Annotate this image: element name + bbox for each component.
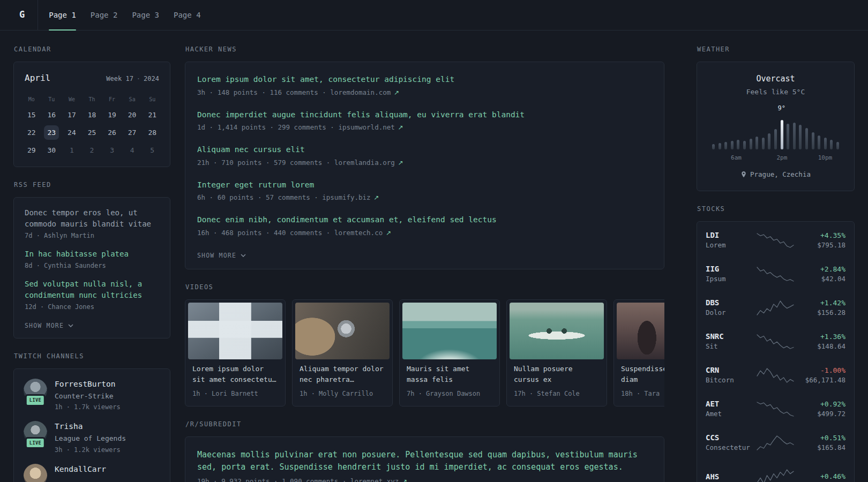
video-meta: 17h · Stefan Cole <box>510 386 604 403</box>
videos-widget: VIDEOS Lorem ipsum dolor sit amet consec… <box>185 282 664 406</box>
video-card[interactable]: Aliquam tempor dolor nec pharetra… 1h · … <box>292 299 393 406</box>
stock-name: Bitcorn <box>706 375 752 386</box>
rss-item-meta: 7d · Ashlyn Martin <box>25 231 159 240</box>
video-thumbnail[interactable] <box>617 303 664 359</box>
rss-item-meta: 12d · Chance Jones <box>25 302 159 312</box>
hn-item-title[interactable]: Aliquam nec cursus elit <box>197 144 652 156</box>
show-more-button[interactable]: SHOW MORE <box>197 250 246 261</box>
rss-item-title[interactable]: In hac habitasse platea <box>25 248 159 260</box>
video-thumbnail[interactable] <box>188 303 282 359</box>
external-link-icon: ↗ <box>374 194 379 201</box>
subreddit-widget: /R/SUBREDDIT Maecenas mollis pulvinar er… <box>185 419 664 482</box>
show-more-button[interactable]: SHOW MORE <box>25 320 73 332</box>
calendar-day: 1 <box>62 141 82 159</box>
calendar-day: 20 <box>122 106 143 124</box>
stock-sparkline <box>756 435 795 451</box>
video-card[interactable]: Nullam posuere cursus ex 17h · Stefan Co… <box>506 299 607 406</box>
hn-item-meta: 6h · 60 points · 57 comments · ipsumify.… <box>197 193 652 203</box>
weather-bar <box>818 135 820 149</box>
calendar-day: 17 <box>62 106 82 124</box>
calendar-header: April Week 17·2024 <box>21 72 162 92</box>
calendar-grid: 15 16 17 18 19 20 21 22 23 24 25 26 27 2… <box>21 106 162 159</box>
weather-widget: WEATHER Overcast Feels like 5°C 9° 6am 2… <box>697 44 855 191</box>
calendar-day: 18 <box>82 106 102 124</box>
calendar-week-label: Week 17 <box>106 75 133 82</box>
calendar-day: 5 <box>142 141 162 159</box>
stock-price: $165.84 <box>798 443 845 453</box>
weather-bar <box>755 137 758 149</box>
stock-row[interactable]: DBSDolor +1.42%$156.28 <box>706 291 845 325</box>
tab-page-4[interactable]: Page 4 <box>174 0 201 30</box>
stock-row[interactable]: SNRCSit +1.36%$148.64 <box>706 325 845 359</box>
hn-item-title[interactable]: Lorem ipsum dolor sit amet, consectetur … <box>197 74 652 86</box>
stock-row[interactable]: CRNBitcorn -1.00%$66,171.48 <box>706 359 845 393</box>
weather-feels-like: Feels like 5°C <box>708 87 843 97</box>
tab-page-2[interactable]: Page 2 <box>91 0 118 30</box>
calendar-day: 30 <box>42 141 62 159</box>
rss-item-meta: 8d · Cynthia Saunders <box>25 261 159 270</box>
weather-bar <box>787 124 789 149</box>
video-card[interactable]: Suspendisse diam 18h · Tara <box>613 299 664 406</box>
stock-row[interactable]: IIGIpsum +2.84%$42.04 <box>706 258 845 291</box>
stock-ticker: CCS <box>706 433 752 443</box>
weather-hourly-chart: 9° <box>712 104 839 149</box>
weather-location: Prague, Czechia <box>708 170 843 180</box>
video-title: Lorem ipsum dolor sit amet consectetu… <box>188 359 282 386</box>
stock-price: $66,171.48 <box>798 375 845 386</box>
twitch-channel[interactable]: LIVE ForrestBurton Counter-Strike 1h · 1… <box>24 379 160 412</box>
external-link-icon: ↗ <box>394 89 399 96</box>
calendar-year: 2024 <box>144 75 159 82</box>
hn-item-title[interactable]: Donec enim nibh, condimentum et accumsan… <box>197 214 652 226</box>
time-label: 6am <box>731 154 742 163</box>
stock-row[interactable]: AETAmet +0.92%$499.72 <box>706 393 845 426</box>
weather-bar <box>743 141 746 149</box>
video-thumbnail[interactable] <box>402 303 497 359</box>
stock-sparkline <box>756 266 795 282</box>
stock-name: Consectetur <box>706 443 752 453</box>
tab-page-1[interactable]: Page 1 <box>49 0 76 30</box>
app-logo[interactable]: G <box>13 0 38 30</box>
rss-item-title[interactable]: Sed volutpat nulla nisl, a condimentum n… <box>25 278 159 301</box>
calendar-day: 24 <box>62 124 82 141</box>
stock-sparkline <box>756 232 795 248</box>
tab-page-3[interactable]: Page 3 <box>132 0 159 30</box>
hn-item-title[interactable]: Donec imperdiet augue tincidunt felis al… <box>197 109 652 121</box>
stock-row[interactable]: AHS +0.46% <box>706 460 845 482</box>
video-thumbnail[interactable] <box>295 303 390 359</box>
weather-card: Overcast Feels like 5°C 9° 6am 2pm 10pm … <box>697 62 855 191</box>
stock-name: Amet <box>706 409 752 419</box>
stocks-card: LDILorem +4.35%$795.18 IIGIpsum +2.84%$4… <box>697 221 855 482</box>
hn-item: Donec enim nibh, condimentum et accumsan… <box>197 214 652 238</box>
calendar-day: 16 <box>42 106 62 124</box>
reddit-post-title[interactable]: Maecenas mollis pulvinar erat non posuer… <box>197 449 652 474</box>
stock-price: $499.72 <box>798 409 845 419</box>
section-title-subreddit: /R/SUBREDDIT <box>185 419 664 429</box>
twitch-widget: TWITCH CHANNELS LIVE ForrestBurton Count… <box>13 351 170 482</box>
calendar-week-year: Week 17·2024 <box>106 74 159 84</box>
stock-change: +1.36% <box>798 332 845 342</box>
channel-name: Trisha <box>55 421 126 433</box>
twitch-channel[interactable]: LIVE Trisha League of Legends 3h · 1.2k … <box>24 421 160 454</box>
section-title-twitch: TWITCH CHANNELS <box>14 351 170 361</box>
stock-change: +0.46% <box>798 472 845 481</box>
video-thumbnail[interactable] <box>510 303 604 359</box>
main-content: CALENDAR April Week 17·2024 Mo Tu We Th … <box>0 31 868 482</box>
stock-row[interactable]: CCSConsectetur +0.51%$165.84 <box>706 426 845 460</box>
stock-price: $148.64 <box>798 342 845 352</box>
stock-name: Lorem <box>706 240 752 251</box>
video-card[interactable]: Lorem ipsum dolor sit amet consectetu… 1… <box>185 299 286 406</box>
section-title-calendar: CALENDAR <box>14 44 170 54</box>
chevron-down-icon <box>241 254 246 257</box>
external-link-icon: ↗ <box>402 478 407 482</box>
stock-ticker: LDI <box>706 230 752 240</box>
rss-item-title[interactable]: Donec tempor eros leo, ut commodo mauris… <box>25 207 159 230</box>
stock-row[interactable]: LDILorem +4.35%$795.18 <box>706 224 845 258</box>
stock-name: Sit <box>706 342 752 352</box>
hn-item-title[interactable]: Integer eget rutrum lorem <box>197 179 652 191</box>
video-card[interactable]: Mauris sit amet massa felis 7h · Grayson… <box>399 299 500 406</box>
twitch-channel[interactable]: KendallCarr <box>24 464 160 482</box>
calendar-day: 2 <box>82 141 102 159</box>
stock-ticker: CRN <box>706 365 752 375</box>
weather-condition: Overcast <box>708 73 843 85</box>
stock-sparkline <box>756 334 795 350</box>
